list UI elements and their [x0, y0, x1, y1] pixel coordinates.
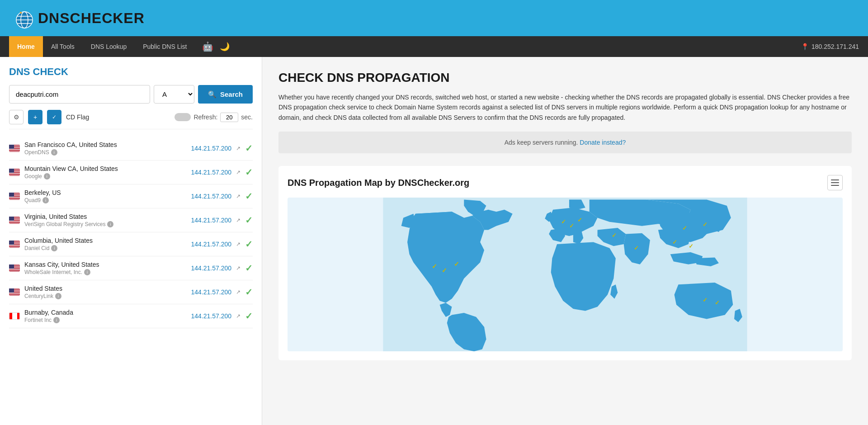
svg-text:✓: ✓	[442, 267, 447, 274]
info-icon[interactable]: i	[55, 293, 61, 299]
nav-all-tools[interactable]: All Tools	[43, 36, 83, 57]
ip-display: 📍 180.252.171.241	[801, 43, 859, 50]
search-button[interactable]: 🔍 Search	[198, 85, 253, 104]
result-item: Burnaby, Canada Fortinet Inc i 144.21.57…	[9, 304, 253, 328]
right-panel: CHECK DNS PROPAGATION Whether you have r…	[262, 57, 868, 425]
external-link-icon[interactable]: ↗	[236, 193, 241, 199]
ads-text: Ads keep servers running.	[505, 139, 578, 146]
result-item: Kansas City, United States WholeSale Int…	[9, 256, 253, 280]
result-item: Virginia, United States VeriSign Global …	[9, 208, 253, 232]
ip-link[interactable]: 144.21.57.200	[191, 264, 231, 272]
location-name: Virginia, United States	[24, 213, 186, 220]
info-icon[interactable]: i	[42, 197, 49, 203]
svg-text:✓: ✓	[634, 245, 639, 251]
main-content: DNS CHECK A AAAA CNAME MX NS TXT 🔍 Searc…	[0, 57, 868, 425]
world-map: ✓ ✓ ✓ ✓ ✓ ✓ ✓ ✓	[288, 198, 843, 351]
resolved-check: ✓	[245, 263, 253, 274]
info-icon[interactable]: i	[84, 269, 90, 275]
record-type-select[interactable]: A AAAA CNAME MX NS TXT	[154, 85, 194, 104]
resolved-check: ✓	[245, 311, 253, 321]
dns-check-title: DNS CHECK	[9, 66, 253, 78]
android-icon[interactable]: 🤖	[202, 41, 213, 52]
filter-btn[interactable]: ⚙	[9, 110, 24, 124]
ip-address: 180.252.171.241	[811, 43, 859, 50]
nav-home[interactable]: Home	[9, 36, 43, 57]
results-list: San Francisco CA, United States OpenDNS …	[9, 137, 253, 328]
country-flag	[9, 241, 20, 248]
svg-text:✓: ✓	[715, 300, 720, 306]
ads-bar: Ads keep servers running. Donate instead…	[278, 132, 852, 153]
resolved-check: ✓	[245, 239, 253, 250]
resolved-check: ✓	[245, 215, 253, 226]
ip-link[interactable]: 144.21.57.200	[191, 193, 231, 200]
info-icon[interactable]: i	[107, 221, 113, 227]
svg-text:✓: ✓	[577, 217, 582, 223]
provider-name: Fortinet Inc i	[24, 317, 186, 323]
ip-link[interactable]: 144.21.57.200	[191, 241, 231, 248]
info-icon[interactable]: i	[44, 173, 50, 179]
info-icon[interactable]: i	[53, 317, 60, 323]
svg-text:✓: ✓	[432, 263, 437, 270]
dark-mode-icon[interactable]: 🌙	[220, 42, 230, 52]
hamburger-line-1	[831, 179, 839, 180]
resolved-check: ✓	[245, 191, 253, 202]
result-item: San Francisco CA, United States OpenDNS …	[9, 137, 253, 161]
left-panel: DNS CHECK A AAAA CNAME MX NS TXT 🔍 Searc…	[0, 57, 262, 425]
ip-link[interactable]: 144.21.57.200	[191, 169, 231, 176]
refresh-toggle[interactable]	[175, 113, 191, 121]
country-flag	[9, 312, 20, 320]
resolved-check: ✓	[245, 143, 253, 154]
page-title: CHECK DNS PROPAGATION	[278, 71, 852, 85]
map-menu-button[interactable]	[827, 175, 843, 190]
result-location: Burnaby, Canada Fortinet Inc i	[24, 309, 186, 323]
provider-name: Quad9 i	[24, 197, 186, 203]
refresh-area: Refresh: sec.	[175, 113, 253, 122]
location-name: San Francisco CA, United States	[24, 141, 186, 148]
cd-check-btn[interactable]: ✓	[47, 110, 61, 124]
country-flag	[9, 145, 20, 152]
logo: DNSCHECKER	[14, 7, 145, 29]
ip-link[interactable]: 144.21.57.200	[191, 312, 231, 320]
svg-text:✓: ✓	[672, 239, 677, 246]
nav-dns-lookup[interactable]: DNS Lookup	[83, 36, 135, 57]
domain-input[interactable]	[9, 85, 150, 104]
location-name: United States	[24, 285, 186, 292]
location-name: Berkeley, US	[24, 189, 186, 196]
location-name: Burnaby, Canada	[24, 309, 186, 316]
svg-text:✓: ✓	[569, 223, 574, 229]
result-location: Kansas City, United States WholeSale Int…	[24, 261, 186, 275]
external-link-icon[interactable]: ↗	[236, 217, 241, 223]
ip-link[interactable]: 144.21.57.200	[191, 288, 231, 296]
result-item: Berkeley, US Quad9 i 144.21.57.200 ↗ ✓	[9, 184, 253, 208]
provider-name: Google i	[24, 173, 186, 179]
external-link-icon[interactable]: ↗	[236, 241, 241, 247]
nav-public-dns[interactable]: Public DNS List	[135, 36, 195, 57]
svg-text:✓: ✓	[561, 219, 566, 225]
add-btn[interactable]: +	[28, 110, 42, 124]
provider-name: OpenDNS i	[24, 149, 186, 156]
external-link-icon[interactable]: ↗	[236, 265, 241, 271]
svg-text:✓: ✓	[682, 225, 687, 231]
ip-link[interactable]: 144.21.57.200	[191, 217, 231, 224]
external-link-icon[interactable]: ↗	[236, 145, 241, 151]
country-flag	[9, 193, 20, 200]
map-header: DNS Propagation Map by DNSChecker.org	[288, 175, 843, 190]
svg-text:✓: ✓	[703, 297, 708, 303]
svg-text:✓: ✓	[612, 232, 617, 239]
external-link-icon[interactable]: ↗	[236, 169, 241, 175]
result-location: Columbia, United States Daniel Cid i	[24, 237, 186, 251]
info-icon[interactable]: i	[51, 245, 57, 251]
provider-name: WholeSale Internet, Inc. i	[24, 269, 186, 275]
result-location: San Francisco CA, United States OpenDNS …	[24, 141, 186, 156]
ip-link[interactable]: 144.21.57.200	[191, 145, 231, 152]
globe-icon	[14, 7, 35, 29]
external-link-icon[interactable]: ↗	[236, 313, 241, 319]
external-link-icon[interactable]: ↗	[236, 289, 241, 295]
provider-name: Daniel Cid i	[24, 245, 186, 251]
refresh-interval[interactable]	[220, 113, 238, 122]
result-location: Mountain View CA, United States Google i	[24, 165, 186, 179]
map-section: DNS Propagation Map by DNSChecker.org	[278, 166, 852, 360]
svg-text:✓: ✓	[689, 243, 693, 250]
info-icon[interactable]: i	[51, 149, 57, 156]
donate-link[interactable]: Donate instead?	[580, 139, 626, 146]
